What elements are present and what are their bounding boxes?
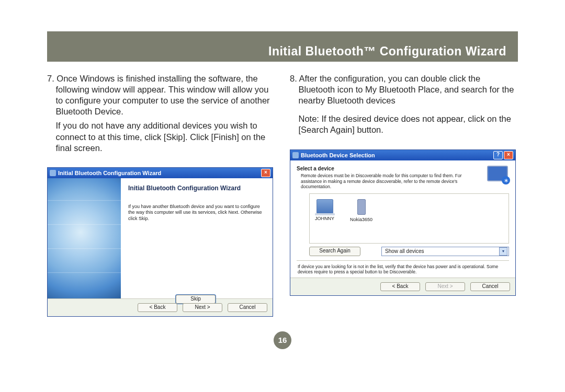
step-8-text: 8. After the configuration, you can doub… — [290, 73, 518, 106]
close-icon[interactable]: × — [261, 169, 270, 177]
step-8-number: 8. — [290, 74, 297, 83]
phone-icon — [357, 199, 366, 215]
laptop-icon — [317, 199, 333, 214]
cancel-button[interactable]: Cancel — [470, 282, 510, 291]
device-list[interactable]: JOHNNY Nokia3650 — [309, 193, 509, 244]
close-icon[interactable]: × — [504, 151, 513, 159]
section-header-bar: Initial Bluetooth™ Configuration Wizard — [47, 31, 518, 62]
step-7-text: 7. Once Windows is finished installing t… — [47, 73, 275, 117]
step-7-number: 7. — [47, 74, 54, 83]
section-title: Initial Bluetooth™ Configuration Wizard — [268, 44, 506, 59]
device-item-johnny[interactable]: JOHNNY — [315, 199, 334, 222]
win2-footer-note: If device you are looking for is not in … — [297, 260, 509, 274]
device-label: JOHNNY — [315, 216, 334, 222]
back-button[interactable]: < Back — [138, 303, 177, 312]
monitor-bluetooth-icon: ∗ — [487, 166, 509, 183]
device-filter-dropdown[interactable]: Show all devices ▾ — [381, 247, 509, 256]
wizard-window-1: Initial Bluetooth Configuration Wizard ×… — [47, 167, 273, 317]
help-icon[interactable]: ? — [493, 151, 503, 159]
win1-content: Initial Bluetooth Configuration Wizard I… — [121, 178, 273, 298]
win1-title-text: Initial Bluetooth Configuration Wizard — [58, 169, 161, 177]
right-column: 8. After the configuration, you can doub… — [290, 73, 518, 317]
win2-titlebar: Bluetooth Device Selection ? × — [290, 150, 515, 160]
back-button[interactable]: < Back — [380, 282, 420, 291]
bluetooth-icon — [292, 152, 299, 158]
manual-page: Initial Bluetooth™ Configuration Wizard … — [47, 31, 518, 349]
win1-paragraph: If you have another Bluetooth device and… — [128, 204, 263, 222]
device-label: Nokia3650 — [350, 217, 372, 223]
cancel-button[interactable]: Cancel — [228, 303, 267, 312]
chevron-down-icon: ▾ — [499, 247, 507, 256]
select-device-label: Select a device — [297, 166, 484, 172]
step-8-body: After the configuration, you can double … — [299, 74, 514, 105]
win2-body: Select a device Remote devices must be i… — [290, 160, 515, 278]
win2-header-area: Select a device Remote devices must be i… — [297, 166, 509, 189]
globe-graphic — [48, 178, 121, 298]
step-8-note: Note: If the desired device does not app… — [290, 113, 518, 135]
page-number-badge: 16 — [274, 331, 291, 349]
left-column: 7. Once Windows is finished installing t… — [47, 73, 275, 317]
win2-title-text: Bluetooth Device Selection — [301, 152, 375, 159]
skip-button[interactable]: Skip — [176, 295, 216, 304]
win1-titlebar: Initial Bluetooth Configuration Wizard × — [48, 168, 273, 178]
device-item-nokia[interactable]: Nokia3650 — [350, 199, 372, 223]
next-button: Next > — [425, 282, 465, 291]
win1-body: Initial Bluetooth Configuration Wizard I… — [48, 178, 273, 298]
step-7-body: Once Windows is finished installing the … — [56, 74, 270, 116]
step-7-continued: If you do not have any additional device… — [47, 120, 275, 153]
win1-heading: Initial Bluetooth Configuration Wizard — [128, 185, 263, 192]
bluetooth-icon — [50, 170, 56, 176]
device-selection-window: Bluetooth Device Selection ? × Select a … — [290, 149, 516, 296]
dropdown-value: Show all devices — [385, 248, 424, 255]
instruction-columns: 7. Once Windows is finished installing t… — [47, 73, 518, 317]
win2-button-row: < Back Next > Cancel — [290, 278, 515, 295]
page-number: 16 — [278, 336, 287, 344]
filter-row: Search Again Show all devices ▾ — [309, 247, 509, 256]
next-button[interactable]: Next > — [183, 303, 222, 312]
select-device-sub: Remote devices must be in Discoverable m… — [297, 173, 484, 189]
search-again-button[interactable]: Search Again — [309, 247, 360, 256]
